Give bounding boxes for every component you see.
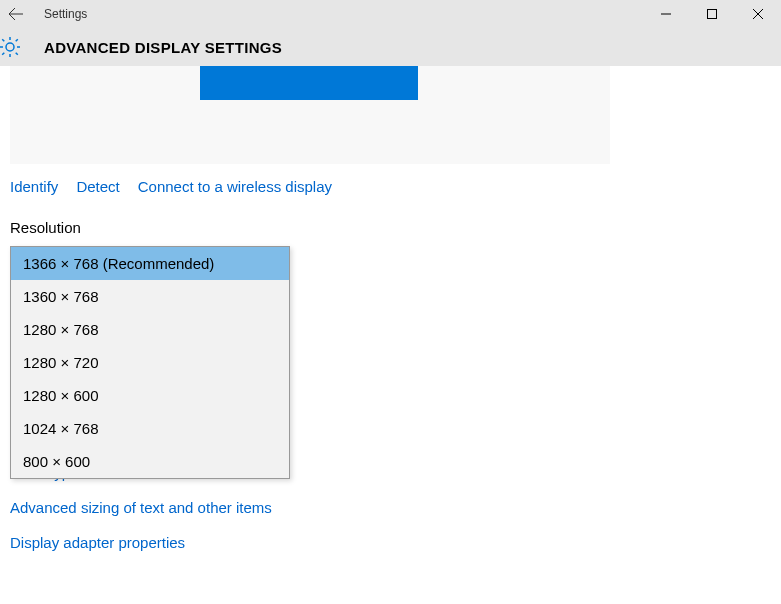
resolution-label: Resolution: [10, 219, 771, 236]
window-controls: [643, 0, 781, 28]
resolution-option[interactable]: 1366 × 768 (Recommended): [11, 247, 289, 280]
display-adapter-link[interactable]: Display adapter properties: [10, 534, 272, 551]
close-icon: [753, 9, 763, 19]
back-button[interactable]: [0, 0, 32, 28]
window-title: Settings: [32, 7, 87, 21]
resolution-option[interactable]: 1280 × 600: [11, 379, 289, 412]
resolution-option[interactable]: 800 × 600: [11, 445, 289, 478]
detect-link[interactable]: Detect: [76, 178, 119, 195]
display-actions: Identify Detect Connect to a wireless di…: [10, 178, 771, 195]
resolution-option[interactable]: 1360 × 768: [11, 280, 289, 313]
selected-monitor[interactable]: [200, 66, 418, 100]
content-area: Identify Detect Connect to a wireless di…: [0, 66, 781, 479]
maximize-icon: [707, 9, 717, 19]
minimize-icon: [661, 9, 671, 19]
resolution-option[interactable]: 1024 × 768: [11, 412, 289, 445]
titlebar: Settings: [0, 0, 781, 28]
svg-rect-1: [708, 10, 717, 19]
page-title: ADVANCED DISPLAY SETTINGS: [24, 39, 282, 56]
connect-wireless-link[interactable]: Connect to a wireless display: [138, 178, 332, 195]
identify-link[interactable]: Identify: [10, 178, 58, 195]
minimize-button[interactable]: [643, 0, 689, 28]
settings-gear-icon: [0, 33, 24, 61]
display-preview: [10, 66, 610, 164]
close-button[interactable]: [735, 0, 781, 28]
back-arrow-icon: [8, 6, 24, 22]
resolution-dropdown[interactable]: 1366 × 768 (Recommended) 1360 × 768 1280…: [10, 246, 290, 479]
maximize-button[interactable]: [689, 0, 735, 28]
resolution-option[interactable]: 1280 × 768: [11, 313, 289, 346]
advanced-sizing-link[interactable]: Advanced sizing of text and other items: [10, 499, 272, 516]
resolution-option[interactable]: 1280 × 720: [11, 346, 289, 379]
page-header: ADVANCED DISPLAY SETTINGS: [0, 28, 781, 66]
svg-point-4: [6, 43, 14, 51]
